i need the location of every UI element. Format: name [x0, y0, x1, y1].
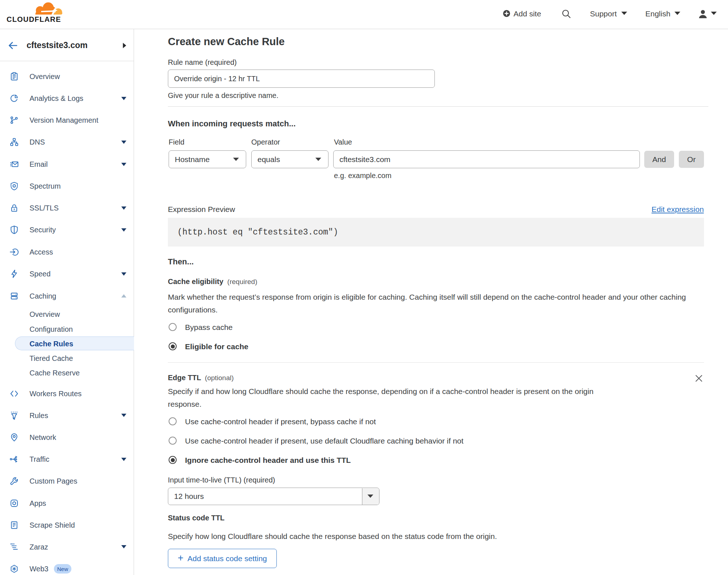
svg-text:CLOUDFLARE: CLOUDFLARE: [7, 15, 61, 23]
